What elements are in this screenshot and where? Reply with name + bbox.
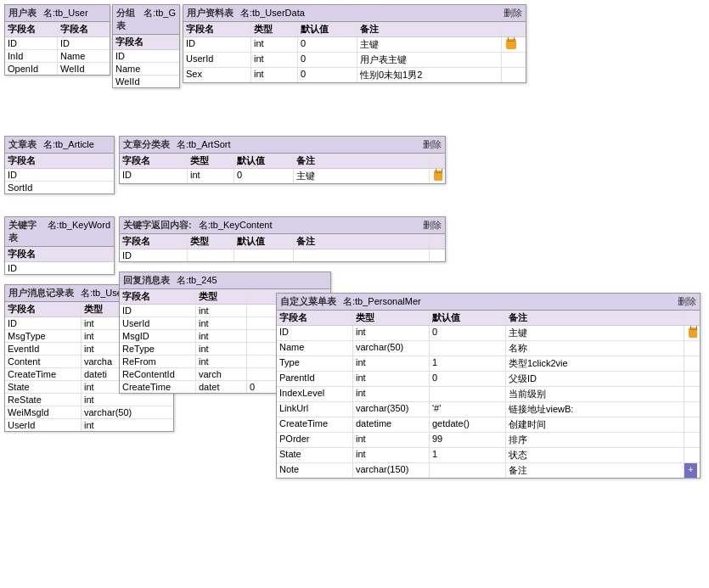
field-name: ID [58,37,110,49]
table-row: UserId int 0 用户表主键 [183,53,526,68]
field-type: int [196,356,247,367]
userdata-delete-button[interactable]: 删除 [504,7,522,20]
table-row: ID int 0 主键 [183,37,526,53]
field-name: LinkUrl [277,402,353,417]
user-table-panel: 用户表 名:tb_User 字段名 字段名 ID ID InId Name Op… [4,4,110,76]
field-default: 0 [234,169,294,183]
article-table-header: 文章表 名:tb_Article [5,137,114,154]
table-row: ID [113,50,179,63]
field-name: CreateTime [277,417,353,432]
field-name: Note [277,463,353,478]
col-header: 字段名 [5,247,115,261]
artsort-delete-button[interactable]: 删除 [423,138,442,151]
table-row: State int 1 状态 [277,448,700,463]
field-note: 备注 [506,463,684,478]
table-row: WeIId [113,76,179,87]
field-type: datet [196,381,247,393]
field-name: UserId [120,317,196,329]
field-type: int [188,169,234,183]
keycontent-table-name: 名:tb_KeyContent [199,219,273,232]
user-table-title: 用户表 [8,7,37,20]
field-name: ID [5,262,115,274]
group-table-name: 名:tb_G [143,7,176,32]
field-type: int [82,419,166,431]
artsort-table-title: 文章分类表 [123,138,170,151]
field-type: varchar(150) [353,463,430,478]
field-name: ReContentId [120,368,196,380]
user-table-header: 用户表 名:tb_User [5,5,110,22]
field-note: 创建时间 [506,417,684,432]
table-row: ParentId int 0 父级ID [277,372,700,387]
article-fields-header: 字段名 [5,154,114,169]
field-note: 链接地址viewB: [506,402,684,417]
field-default [430,341,506,356]
field-type [188,249,234,261]
field-note: 名称 [506,341,684,356]
artsort-fields-header: 字段名 类型 默认值 备注 [120,154,445,169]
field-name: CreateTime [120,381,196,393]
table-row: ID [120,249,445,261]
lock-icon [434,171,442,181]
field-name: OpenId [5,63,58,75]
table-row: ID [5,169,114,182]
add-field-button[interactable]: + [684,463,697,478]
artsort-table-panel: 文章分类表 名:tb_ArtSort 删除 字段名 类型 默认值 备注 ID i… [119,136,446,184]
personalmenu-delete-button[interactable]: 删除 [678,295,696,308]
field-lock [502,37,519,52]
field-type: varch [196,368,247,380]
col-header: 类型 [353,311,430,325]
field-type: int [353,356,430,371]
col-header: 字段名 [5,302,82,316]
col-header: 默认值 [298,22,357,36]
field-type: varchar(50) [353,341,430,356]
field-extra [684,402,697,417]
lock-icon [506,39,516,49]
col-header: 默认值 [234,154,294,168]
field-type: int [353,326,430,340]
reply-table-name: 名:tb_245 [177,274,217,287]
field-type: int [196,343,247,355]
field-default [430,387,506,401]
field-name: IndexLevel [277,387,353,401]
field-extra [684,356,697,371]
field-name: ID [277,326,353,340]
personalmenu-table-title: 自定义菜单表 [280,295,336,308]
field-name: Name [277,341,353,356]
field-type: int [251,37,298,52]
group-table-title: 分组表 [116,7,137,32]
reply-table-header: 回复消息表 名:tb_245 [120,272,330,289]
table-row: WeiMsgId varchar(50) [5,406,173,419]
field-name: UserId [5,419,82,431]
field-name: POrder [277,433,353,447]
table-row: ID int 0 主键 [277,326,700,341]
table-row: ID ID [5,37,110,50]
artsort-table-name: 名:tb_ArtSort [177,138,231,151]
col-header: 类型 [196,289,247,304]
field-name: WeiMsgId [5,406,82,418]
table-row: ReState int [5,394,173,406]
group-table-header: 分组表 名:tb_G [113,5,179,35]
field-name: ID [120,249,188,261]
keycontent-table-title: 关键字返回内容: [123,219,192,232]
field-note: 主键 [357,37,502,52]
keycontent-delete-button[interactable]: 删除 [423,219,442,232]
field-default: 1 [430,448,506,462]
col-header [502,22,519,36]
table-row: ID [5,262,114,274]
field-name: ReState [5,394,82,406]
field-type: int [251,68,298,82]
field-default: '#' [430,402,506,417]
keycontent-fields-header: 字段名 类型 默认值 备注 [120,234,445,249]
userdata-fields-header: 字段名 类型 默认值 备注 [183,22,526,37]
user-table-fields-header: 字段名 字段名 [5,22,110,37]
usermsg-table-title: 用户消息记录表 [8,287,74,300]
table-row: Type int 1 类型1click2vie [277,356,700,372]
article-table-title: 文章表 [8,138,37,151]
field-type: datetime [353,417,430,432]
col-header: 字段名 [120,154,188,168]
col-header: 字段名 [58,22,110,36]
field-default: getdate() [430,417,506,432]
table-row: InId Name [5,50,110,63]
field-extra [502,68,519,82]
field-extra [684,417,697,432]
